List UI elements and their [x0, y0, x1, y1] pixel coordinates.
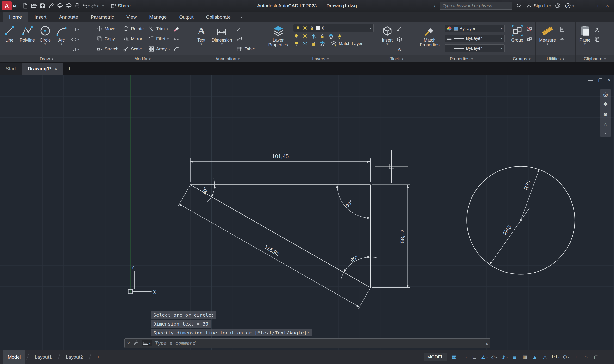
dim-horizontal-text[interactable]: 101,45 — [272, 153, 289, 159]
copy-clip-button[interactable] — [593, 35, 601, 44]
search-input[interactable] — [440, 2, 512, 10]
grid-toggle[interactable]: ▦ — [449, 352, 459, 362]
ortho-toggle[interactable]: ∟ — [470, 352, 479, 362]
scale-button[interactable]: Scale — [121, 44, 146, 54]
save-button[interactable] — [38, 1, 47, 10]
application-menu-button[interactable]: A LT — [0, 0, 19, 12]
new-drawing-tab-button[interactable]: + — [63, 63, 76, 75]
circle-button[interactable]: Circle▾ — [37, 24, 53, 46]
dimension-button[interactable]: Dimension▾ — [210, 24, 234, 46]
paste-button[interactable]: Paste▾ — [577, 24, 593, 46]
ellipse-button[interactable]: ▾ — [70, 35, 80, 44]
snap-mode-toggle[interactable]: ∷▾ — [460, 352, 469, 362]
edit-block-button[interactable] — [396, 25, 403, 34]
layer-freeze-tool-icon[interactable] — [311, 33, 317, 39]
minimize-button[interactable]: — — [580, 0, 591, 11]
draw-panel-label[interactable]: Draw▾ — [0, 55, 93, 63]
layer-lock-icon[interactable] — [309, 26, 314, 31]
tab-home[interactable]: Home — [3, 12, 28, 22]
model-paper-space-toggle[interactable]: MODEL — [424, 353, 447, 361]
block-panel-label[interactable]: Block▾ — [378, 55, 415, 63]
block-attribute-button[interactable] — [396, 45, 403, 54]
annotation-scale-button[interactable]: 1:1▾ — [550, 352, 561, 362]
redo-button[interactable]: ▾ — [90, 1, 99, 10]
tab-parametric[interactable]: Parametric — [84, 12, 120, 22]
annotation-panel-label[interactable]: Annotation▾ — [192, 55, 263, 63]
orbit-icon[interactable]: ◌ — [604, 121, 607, 128]
layer-unlock-tool-icon[interactable] — [311, 40, 317, 47]
trim-button[interactable]: Trim▾ — [146, 24, 172, 34]
polar-caret-icon[interactable]: ▾ — [486, 356, 488, 358]
lineweight-dropdown[interactable]: ByLayer ▾ — [445, 35, 505, 42]
annotation-visibility-toggle[interactable]: ▲ — [530, 352, 540, 362]
arc-button[interactable]: Arc▾ — [54, 24, 69, 46]
tab-collaborate[interactable]: Collaborate — [200, 12, 237, 22]
tab-view[interactable]: View — [120, 12, 143, 22]
layer-thaw-icon[interactable] — [302, 26, 308, 31]
clipboard-panel-label[interactable]: Clipboard▾ — [575, 55, 614, 63]
layer-properties-button[interactable]: Layer Properties — [265, 24, 292, 47]
utilities-panel-label[interactable]: Utilities▾ — [536, 55, 575, 63]
drawing-close-button[interactable]: × — [608, 78, 611, 83]
match-layer-button[interactable]: Match Layer — [331, 40, 363, 47]
drawing-viewport[interactable]: 101,45 58,12 116,92 30° 90° 60° R30 Ø60 — [0, 75, 614, 350]
layer-select-dropdown[interactable]: 0 ▾ — [293, 24, 374, 32]
polyline-button[interactable]: Polyline — [18, 24, 37, 42]
maximize-button[interactable]: □ — [591, 0, 602, 11]
save-as-button[interactable] — [47, 1, 55, 10]
groups-panel-label[interactable]: Groups▾ — [508, 55, 535, 63]
isodraft-toggle[interactable]: ◇▾ — [490, 352, 499, 362]
cut-button[interactable] — [593, 25, 601, 34]
object-snap-toggle[interactable]: ⊕▾ — [500, 352, 509, 362]
array-button[interactable]: Array▾ — [146, 44, 172, 54]
multileader-button[interactable] — [234, 34, 257, 44]
rotate-button[interactable]: Rotate — [121, 24, 146, 34]
layer-walk-tool-icon[interactable] — [328, 33, 334, 39]
command-customize-wrench-icon[interactable] — [133, 340, 139, 346]
hatch-button[interactable]: ▾ — [70, 45, 80, 54]
pan-icon[interactable]: ✥ — [603, 101, 608, 108]
isodraft-caret-icon[interactable]: ▾ — [496, 356, 497, 358]
layer-on-icon[interactable] — [295, 26, 301, 31]
command-input[interactable]: Type a command — [155, 340, 483, 346]
layer-thaw-all-tool-icon[interactable] — [336, 33, 343, 39]
selection-cycling-toggle[interactable]: ▩ — [520, 352, 530, 362]
line-button[interactable]: Line — [1, 24, 17, 42]
drawing-restore-button[interactable]: ❐ — [598, 78, 602, 83]
quick-calculator-button[interactable] — [558, 25, 566, 34]
snap-caret-icon[interactable]: ▾ — [465, 356, 467, 358]
offset-button[interactable] — [172, 45, 180, 54]
ribbon-display-toggle[interactable]: ▾ — [237, 12, 246, 22]
qat-customize-button[interactable]: ▾ — [99, 1, 108, 10]
text-button[interactable]: Text▾ — [193, 24, 209, 46]
tab-output[interactable]: Output — [173, 12, 200, 22]
object-snap-caret-icon[interactable]: ▾ — [506, 356, 508, 358]
ungroup-button[interactable] — [526, 25, 533, 34]
layers-panel-label[interactable]: Layers▾ — [263, 55, 378, 63]
erase-button[interactable] — [172, 25, 180, 34]
table-button[interactable]: Table — [234, 44, 257, 54]
clean-screen-button[interactable]: ▢ — [591, 352, 601, 362]
file-tab-drawing1[interactable]: Drawing1* × — [22, 63, 63, 75]
properties-panel-label[interactable]: Properties▾ — [415, 55, 507, 63]
mirror-button[interactable]: Mirror — [121, 34, 146, 44]
full-navigation-wheel-icon[interactable]: ◎ — [603, 91, 608, 97]
group-edit-button[interactable] — [526, 35, 533, 44]
leader-button[interactable] — [234, 24, 257, 34]
move-button[interactable]: Move — [95, 24, 120, 34]
help-button[interactable]: ▾ — [565, 3, 574, 9]
autodesk-web-button[interactable] — [555, 3, 561, 9]
annotation-scale-caret-icon[interactable]: ▾ — [558, 356, 560, 358]
auto-annotation-scale-toggle[interactable]: △ — [540, 352, 550, 362]
object-color-dropdown[interactable]: ByLayer ▾ — [445, 25, 505, 32]
layout-tab-layout2[interactable]: Layout2 — [61, 350, 88, 364]
file-tab-start[interactable]: Start — [0, 63, 22, 75]
save-to-web-mobile-button[interactable] — [64, 1, 73, 10]
command-line-bar[interactable]: × ▾ Type a command ▴ — [124, 338, 491, 348]
workspace-caret-icon[interactable]: ▾ — [568, 356, 569, 358]
match-properties-button[interactable]: Match Properties — [416, 24, 443, 47]
group-button[interactable]: Group — [509, 24, 525, 42]
command-close-icon[interactable]: × — [127, 340, 130, 346]
undo-button[interactable]: ▾ — [82, 1, 90, 10]
dim-vertical-text[interactable]: 58,12 — [399, 230, 405, 243]
